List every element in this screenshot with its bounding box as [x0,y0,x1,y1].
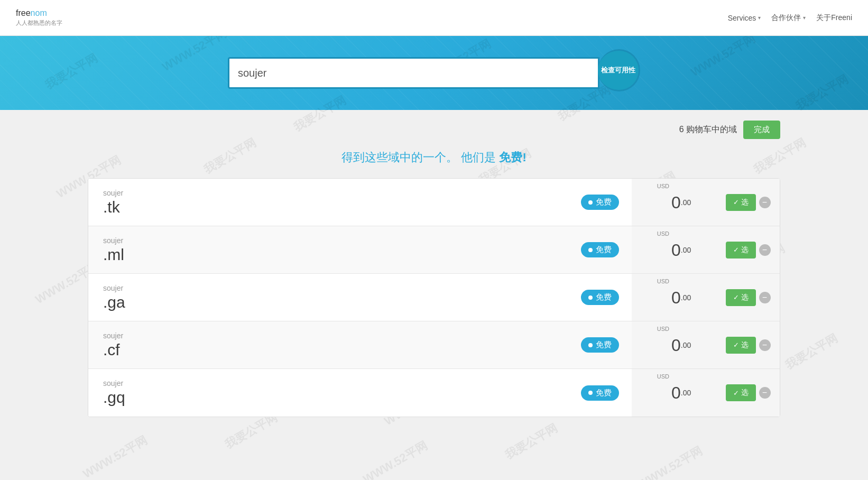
search-button-label: 检查可用性 [601,66,635,75]
free-badge: 免费 [581,385,619,401]
free-badge: 免费 [581,290,619,305]
domain-row: soujer .ml 免费 USD 0 .00 ✓ 选 − [88,226,780,274]
price-main: 0 [671,384,681,401]
nav: Services ▾ 合作伙伴 ▾ 关于Freeni [728,13,852,23]
price-cents: .00 [681,341,691,349]
price-value: 0 .00 [671,384,691,401]
price-value: 0 .00 [671,289,691,306]
domain-tld: .tk [103,198,553,216]
nav-services[interactable]: Services ▾ [728,14,761,22]
domain-action-col: ✓ 选 − [716,321,780,368]
select-label: 选 [741,388,749,398]
logo-nom: nom [31,8,47,17]
select-label: 选 [741,340,749,350]
domain-badge-col: 免费 [568,337,632,353]
watermark-text: 我要公平网 [782,330,841,373]
free-dot-icon [588,200,593,205]
domain-name-col: soujer .cf [88,324,568,366]
free-badge-label: 免费 [596,340,612,350]
price-main: 0 [671,337,681,354]
select-label: 选 [741,198,749,207]
free-dot-icon [588,391,593,395]
price-main: 0 [671,289,681,306]
checkmark-icon: ✓ [733,341,739,349]
price-main: 0 [671,242,681,259]
free-dot-icon [588,296,593,300]
price-cents: .00 [681,198,691,207]
domain-prefix: soujer [103,189,553,197]
domain-name-col: soujer .gq [88,372,568,414]
price-value: 0 .00 [671,337,691,354]
select-label: 选 [741,245,749,255]
price-value: 0 .00 [671,242,691,259]
domain-badge-col: 免费 [568,195,632,210]
nav-about[interactable]: 关于Freeni [816,13,852,23]
price-currency: USD [657,183,669,189]
search-input[interactable] [238,67,589,79]
select-button[interactable]: ✓ 选 [726,242,756,259]
remove-button[interactable]: − [759,244,771,256]
hero-banner: 检查可用性 [0,36,868,110]
select-button[interactable]: ✓ 选 [726,384,756,401]
remove-button[interactable]: − [759,339,771,351]
checkmark-icon: ✓ [733,293,739,301]
nav-services-label: Services [728,14,756,22]
logo-text: freenom [16,8,62,18]
domain-price-col: USD 0 .00 [632,179,716,226]
domain-row: soujer .ga 免费 USD 0 .00 ✓ 选 − [88,274,780,321]
price-currency: USD [657,373,669,380]
free-badge-label: 免费 [596,197,612,207]
domain-action-col: ✓ 选 − [716,274,780,321]
remove-button[interactable]: − [759,292,771,303]
select-button[interactable]: ✓ 选 [726,289,756,306]
domain-badge-col: 免费 [568,290,632,305]
price-currency: USD [657,326,669,332]
price-value: 0 .00 [671,194,691,211]
checkmark-icon: ✓ [733,246,739,254]
search-button[interactable]: 检查可用性 [598,49,640,91]
domain-list: soujer .tk 免费 USD 0 .00 ✓ 选 − soujer [88,178,780,417]
free-badge-label: 免费 [596,388,612,398]
domain-badge-col: 免费 [568,242,632,257]
domain-row: soujer .cf 免费 USD 0 .00 ✓ 选 − [88,321,780,369]
promo-text: 得到这些域中的一个。 他们是 免费! [88,150,780,165]
nav-partners[interactable]: 合作伙伴 ▾ [771,13,806,23]
logo-subtitle: 人人都熟悉的名字 [16,19,62,27]
free-badge: 免费 [581,195,619,210]
free-badge-label: 免费 [596,292,612,302]
domain-row: soujer .gq 免费 USD 0 .00 ✓ 选 − [88,369,780,417]
logo-free: free [16,8,31,17]
domain-prefix: soujer [103,284,553,292]
free-badge: 免费 [581,337,619,353]
select-label: 选 [741,293,749,302]
checkmark-icon: ✓ [733,389,739,397]
cart-bar: 6 购物车中的域 完成 [88,121,780,139]
promo-free: 免费! [499,151,526,164]
free-dot-icon [588,248,593,252]
domain-action-col: ✓ 选 − [716,226,780,273]
select-button[interactable]: ✓ 选 [726,194,756,211]
remove-button[interactable]: − [759,387,771,399]
price-cents: .00 [681,246,691,254]
domain-price-col: USD 0 .00 [632,226,716,273]
domain-prefix: soujer [103,331,553,340]
domain-action-col: ✓ 选 − [716,179,780,226]
price-cents: .00 [681,389,691,397]
cart-count: 6 购物车中的域 [679,124,737,135]
chevron-down-icon: ▾ [803,15,806,21]
domain-price-col: USD 0 .00 [632,369,716,417]
cart-done-button[interactable]: 完成 [743,121,780,139]
remove-button[interactable]: − [759,197,771,208]
domain-tld: .ml [103,246,553,264]
domain-tld: .cf [103,341,553,359]
domain-price-col: USD 0 .00 [632,321,716,368]
price-currency: USD [657,230,669,237]
select-button[interactable]: ✓ 选 [726,337,756,354]
domain-name-col: soujer .ga [88,276,568,319]
domain-price-col: USD 0 .00 [632,274,716,321]
chevron-down-icon: ▾ [758,15,761,21]
price-cents: .00 [681,293,691,302]
header: freenom 人人都熟悉的名字 Services ▾ 合作伙伴 ▾ 关于Fre… [0,0,868,36]
domain-tld: .ga [103,293,553,311]
promo-before: 得到这些域中的一个。 他们是 [341,151,499,164]
